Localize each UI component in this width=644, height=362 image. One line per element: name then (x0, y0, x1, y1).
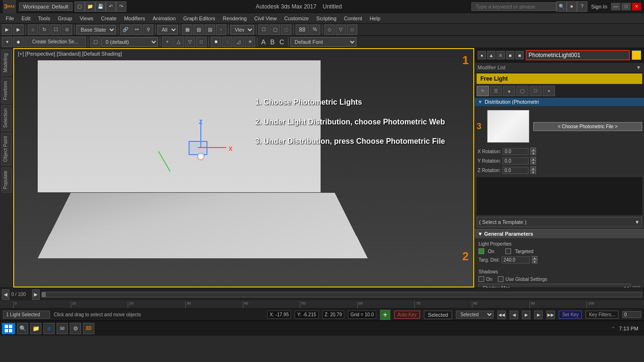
z-rot-input[interactable] (503, 167, 528, 174)
menu-tools[interactable]: Tools (34, 15, 54, 22)
td-down[interactable]: ▼ (532, 260, 537, 263)
bind-btn[interactable]: ⚲ (143, 25, 153, 35)
menu-animation[interactable]: Animation (149, 15, 180, 22)
y-rot-input[interactable] (503, 157, 528, 165)
targ-dist-spinner[interactable]: ▲ ▼ (532, 256, 537, 263)
tb-pct[interactable]: % (310, 25, 320, 35)
tab-create[interactable]: ✎ (477, 86, 489, 96)
base-state-dropdown[interactable]: Base State (76, 25, 116, 34)
targ-dist-input[interactable] (502, 256, 530, 263)
redo-btn[interactable]: ↷ (116, 1, 126, 12)
menu-customize[interactable]: Customize (281, 15, 313, 22)
targeted-checkbox[interactable] (505, 248, 511, 254)
taskbar-explorer-icon[interactable]: 📁 (30, 323, 41, 334)
frame-input[interactable] (622, 311, 641, 318)
save-btn[interactable]: 💾 (95, 1, 106, 12)
tb-icon10[interactable]: □ (347, 25, 357, 35)
tb2-icon1[interactable]: ▾ (2, 37, 12, 47)
unlink-btn[interactable]: ⚯ (132, 25, 142, 35)
tab-hierarchy[interactable]: ▲ (503, 86, 515, 96)
use-global-checkbox[interactable] (498, 276, 504, 282)
menu-help[interactable]: Help (366, 15, 384, 22)
choose-file-btn[interactable]: < Choose Photometric File > (533, 122, 642, 131)
shadows-on-checkbox[interactable] (479, 276, 484, 282)
scale-btn[interactable]: ☐ (50, 25, 61, 35)
tb2-icon4[interactable]: + (162, 37, 173, 47)
anim-end-btn[interactable]: ▶▶ (546, 311, 555, 319)
menu-create[interactable]: Create (97, 15, 120, 22)
tb2-icon8[interactable]: ◽ (211, 37, 221, 47)
sidebar-modeling[interactable]: Modeling (1, 50, 12, 76)
z-rot-down[interactable]: ▼ (530, 170, 536, 174)
menu-edit[interactable]: Edit (18, 15, 34, 22)
sidebar-selection[interactable]: Selection (1, 105, 12, 131)
taskbar-search-icon[interactable]: 🔍 (17, 323, 28, 334)
tb-icon3[interactable]: ▨ (205, 25, 215, 35)
x-rot-up[interactable]: ▲ (530, 148, 536, 151)
new-btn[interactable]: ▢ (74, 1, 85, 12)
sidebar-object-paint[interactable]: Object Paint (1, 133, 12, 165)
link-btn[interactable]: 🔗 (120, 25, 131, 35)
tb2-icon3[interactable]: ▢ (90, 37, 100, 47)
tb-icon9[interactable]: ▽ (336, 25, 346, 35)
taskbar-3dsmax-icon[interactable]: 3D (83, 323, 94, 334)
menu-rendering[interactable]: Rendering (219, 15, 251, 22)
key-filters-btn[interactable]: Key Filters... (586, 311, 619, 319)
modifier-arrow[interactable]: ▼ (636, 65, 641, 70)
menu-group[interactable]: Group (54, 15, 76, 22)
on-checkbox[interactable] (479, 248, 484, 254)
search-input[interactable] (471, 2, 556, 11)
prop-tab3[interactable]: ≡ (496, 51, 505, 59)
ref-btn[interactable]: ⊙ (62, 25, 72, 35)
prop-tab1[interactable]: ● (478, 51, 486, 59)
general-params-header[interactable]: ▼ General Parameters (475, 229, 644, 239)
anim-prev-btn[interactable]: ◀ (510, 311, 518, 319)
select2-btn[interactable]: ▶ (13, 25, 24, 35)
set-key-btn[interactable]: Set Key (559, 311, 582, 319)
search-icon[interactable]: 🔍 (556, 1, 567, 12)
x-rot-down[interactable]: ▼ (530, 151, 536, 155)
create-selection-btn[interactable]: Create Selection Se... (25, 37, 86, 47)
tb-icon4[interactable]: ▫ (216, 25, 226, 35)
z-rot-spinner[interactable]: ▲ ▼ (530, 166, 536, 174)
tb2-icon7[interactable]: □ (196, 37, 206, 47)
sign-in-btn[interactable]: Sign In (591, 4, 607, 9)
sm-arrow[interactable]: ▼ (633, 286, 640, 288)
x-rot-spinner[interactable]: ▲ ▼ (530, 148, 536, 155)
tb2-icon5[interactable]: △ (173, 37, 184, 47)
view-dropdown[interactable]: View (231, 25, 254, 34)
taskbar-mail-icon[interactable]: ✉ (57, 323, 68, 334)
y-rot-spinner[interactable]: ▲ ▼ (530, 157, 536, 165)
light-name-input[interactable] (526, 50, 630, 60)
template-dropdown[interactable]: ( Select a Template ) ▼ (477, 217, 642, 227)
open-btn[interactable]: 📁 (85, 1, 95, 12)
prop-tab2[interactable]: ▲ (487, 51, 495, 59)
tab-utilities[interactable]: ▾ (543, 86, 555, 96)
tb-icon7[interactable]: ◌ (281, 25, 291, 35)
tb2-icon6[interactable]: ▽ (185, 37, 195, 47)
auto-key-btn[interactable]: Auto Key (394, 311, 420, 319)
tb-num1[interactable]: 88 (296, 25, 309, 35)
prop-tab4[interactable]: ■ (506, 51, 514, 59)
free-light-item[interactable]: Free Light (477, 74, 642, 84)
anim-start-btn[interactable]: ◀◀ (497, 311, 506, 319)
select-btn[interactable]: ▶ (2, 25, 12, 35)
tb-icon6[interactable]: ▢ (270, 25, 280, 35)
tb2-icon2[interactable]: ◆ (13, 37, 24, 47)
light-color-swatch[interactable] (632, 50, 641, 60)
font-dropdown[interactable]: Default Font (290, 37, 356, 47)
taskbar-edge-icon[interactable]: e (43, 323, 55, 334)
td-up[interactable]: ▲ (532, 256, 537, 260)
tl-left-arrow[interactable]: ◀ (2, 289, 9, 300)
y-rot-down[interactable]: ▼ (530, 161, 536, 165)
tab-modify[interactable]: ☰ (490, 86, 502, 96)
anim-play-btn[interactable]: ▶ (522, 311, 530, 319)
tb-icon1[interactable]: ▦ (182, 25, 192, 35)
z-rot-up[interactable]: ▲ (530, 166, 536, 170)
tl-right-arrow[interactable]: ▶ (32, 289, 40, 300)
help-icon[interactable]: ? (577, 1, 587, 12)
layer-dropdown[interactable]: 0 (default) (101, 37, 158, 47)
tab-display[interactable]: ☐ (529, 86, 542, 96)
move-btn[interactable]: ⌂ (28, 25, 38, 35)
tb2-icon9[interactable]: ◾ (222, 37, 232, 47)
